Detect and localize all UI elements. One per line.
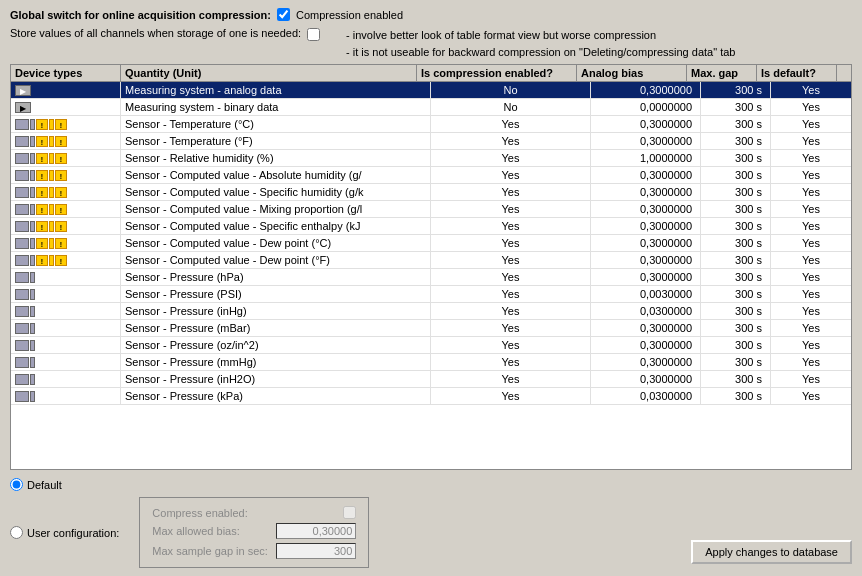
row-gap: 300 s [701,167,771,183]
row-bias: 0,0000000 [591,99,701,115]
row-gap: 300 s [701,235,771,251]
table-row[interactable]: ! ! Sensor - Computed value - Dew point … [11,235,851,252]
table-row[interactable]: Sensor - Pressure (kPa)Yes0,0300000300 s… [11,388,851,405]
device-icon [15,357,35,368]
row-name: Sensor - Pressure (inHg) [121,303,431,319]
row-bias: 0,3000000 [591,184,701,200]
row-default: Yes [771,286,851,302]
row-gap: 300 s [701,388,771,404]
table-row[interactable]: ! ! Sensor - Relative humidity (%)Yes1,0… [11,150,851,167]
col-device-types: Device types [11,65,121,81]
row-gap: 300 s [701,184,771,200]
row-bias: 0,3000000 [591,235,701,251]
row-bias: 0,0300000 [591,388,701,404]
table-row[interactable]: ▶Measuring system - analog dataNo0,30000… [11,82,851,99]
device-cell: ▶ [11,99,121,115]
row-gap: 300 s [701,150,771,166]
compression-table: Device types Quantity (Unit) Is compress… [10,64,852,470]
row-gap: 300 s [701,252,771,268]
row-default: Yes [771,252,851,268]
device-icon [15,272,35,283]
store-label: Store values of all channels when storag… [10,27,301,39]
row-gap: 300 s [701,320,771,336]
row-name: Sensor - Pressure (mmHg) [121,354,431,370]
row-name: Measuring system - binary data [121,99,431,115]
table-row[interactable]: ! ! Sensor - Temperature (°C)Yes0,300000… [11,116,851,133]
row-enabled: Yes [431,116,591,132]
table-row[interactable]: Sensor - Pressure (hPa)Yes0,3000000300 s… [11,269,851,286]
row-name: Sensor - Computed value - Dew point (°C) [121,235,431,251]
row-gap: 300 s [701,286,771,302]
row-enabled: Yes [431,303,591,319]
note1: - involve better look of table format vi… [346,27,735,44]
row-gap: 300 s [701,218,771,234]
table-header: Device types Quantity (Unit) Is compress… [11,65,851,82]
table-row[interactable]: ! ! Sensor - Computed value - Specific e… [11,218,851,235]
device-icon: ! ! [15,119,67,130]
row-enabled: Yes [431,388,591,404]
row-name: Sensor - Computed value - Specific entha… [121,218,431,234]
row-gap: 300 s [701,371,771,387]
table-row[interactable]: ! ! Sensor - Computed value - Absolute h… [11,167,851,184]
row-bias: 0,3000000 [591,133,701,149]
row-enabled: Yes [431,337,591,353]
table-row[interactable]: Sensor - Pressure (inH2O)Yes0,3000000300… [11,371,851,388]
row-name: Sensor - Temperature (°F) [121,133,431,149]
device-cell [11,286,121,302]
apply-button[interactable]: Apply changes to database [691,540,852,564]
row-default: Yes [771,167,851,183]
default-radio[interactable] [10,478,23,491]
compression-checkbox[interactable] [277,8,290,21]
table-body[interactable]: ▶Measuring system - analog dataNo0,30000… [11,82,851,469]
row-name: Sensor - Computed value - Specific humid… [121,184,431,200]
user-config-radio[interactable] [10,526,23,539]
row-name: Sensor - Computed value - Absolute humid… [121,167,431,183]
device-cell: ! ! [11,167,121,183]
row-gap: 300 s [701,337,771,353]
row-name: Measuring system - analog data [121,82,431,98]
row-bias: 0,3000000 [591,269,701,285]
row-bias: 0,3000000 [591,167,701,183]
device-cell: ! ! [11,201,121,217]
row-default: Yes [771,184,851,200]
row-gap: 300 s [701,82,771,98]
store-checkbox[interactable] [307,28,320,41]
device-cell [11,371,121,387]
table-row[interactable]: ! ! Sensor - Computed value - Specific h… [11,184,851,201]
device-cell: ! ! [11,252,121,268]
device-icon: ! ! [15,255,67,266]
col-is-default: Is default? [757,65,837,81]
col-max-gap: Max. gap [687,65,757,81]
compress-enabled-label: Compress enabled: [152,507,247,519]
row-enabled: Yes [431,286,591,302]
row-bias: 0,3000000 [591,82,701,98]
table-row[interactable]: ! ! Sensor - Temperature (°F)Yes0,300000… [11,133,851,150]
table-row[interactable]: Sensor - Pressure (mBar)Yes0,3000000300 … [11,320,851,337]
table-row[interactable]: Sensor - Pressure (inHg)Yes0,0300000300 … [11,303,851,320]
table-row[interactable]: ▶Measuring system - binary dataNo0,00000… [11,99,851,116]
col-scroll [837,65,851,81]
row-default: Yes [771,82,851,98]
table-row[interactable]: Sensor - Pressure (PSI)Yes0,0030000300 s… [11,286,851,303]
table-row[interactable]: Sensor - Pressure (mmHg)Yes0,3000000300 … [11,354,851,371]
row-default: Yes [771,218,851,234]
row-bias: 0,3000000 [591,337,701,353]
table-row[interactable]: ! ! Sensor - Computed value - Mixing pro… [11,201,851,218]
row-name: Sensor - Pressure (inH2O) [121,371,431,387]
compress-enabled-checkbox[interactable] [343,506,356,519]
row-enabled: Yes [431,133,591,149]
row-enabled: Yes [431,269,591,285]
table-row[interactable]: Sensor - Pressure (oz/in^2)Yes0,30000003… [11,337,851,354]
row-gap: 300 s [701,269,771,285]
row-name: Sensor - Pressure (oz/in^2) [121,337,431,353]
row-bias: 0,0030000 [591,286,701,302]
device-cell: ▶ [11,82,121,98]
compression-checkbox-label: Compression enabled [296,9,403,21]
row-default: Yes [771,320,851,336]
max-bias-input[interactable] [276,523,356,539]
device-icon: ! ! [15,170,67,181]
table-row[interactable]: ! ! Sensor - Computed value - Dew point … [11,252,851,269]
device-icon: ! ! [15,238,67,249]
device-icon [15,374,35,385]
max-gap-input[interactable] [276,543,356,559]
